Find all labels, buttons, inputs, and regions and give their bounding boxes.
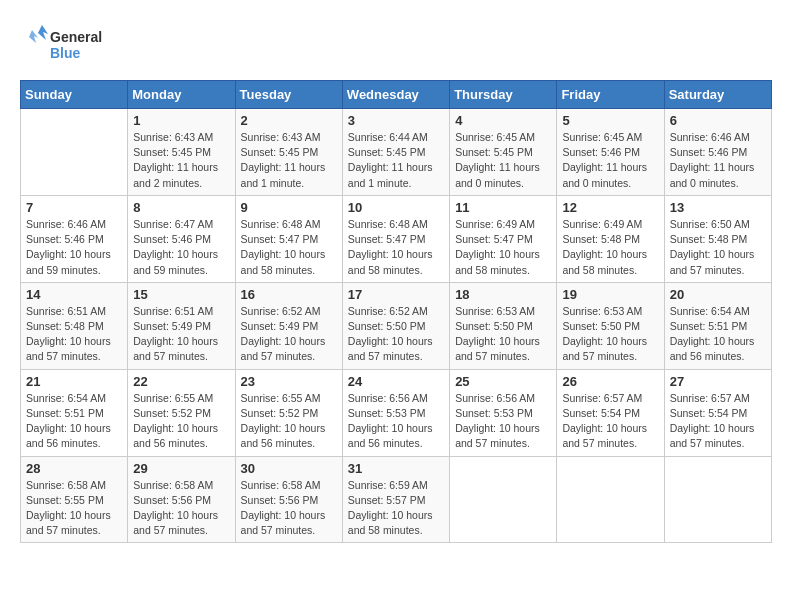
day-number: 27	[670, 374, 766, 389]
day-number: 20	[670, 287, 766, 302]
day-number: 25	[455, 374, 551, 389]
calendar-cell: 29Sunrise: 6:58 AM Sunset: 5:56 PM Dayli…	[128, 456, 235, 543]
calendar-cell	[664, 456, 771, 543]
day-number: 30	[241, 461, 337, 476]
calendar-table: SundayMondayTuesdayWednesdayThursdayFrid…	[20, 80, 772, 543]
calendar-cell: 12Sunrise: 6:49 AM Sunset: 5:48 PM Dayli…	[557, 195, 664, 282]
day-number: 5	[562, 113, 658, 128]
day-number: 1	[133, 113, 229, 128]
calendar-cell: 20Sunrise: 6:54 AM Sunset: 5:51 PM Dayli…	[664, 282, 771, 369]
calendar-cell: 22Sunrise: 6:55 AM Sunset: 5:52 PM Dayli…	[128, 369, 235, 456]
calendar-cell: 11Sunrise: 6:49 AM Sunset: 5:47 PM Dayli…	[450, 195, 557, 282]
calendar-cell: 2Sunrise: 6:43 AM Sunset: 5:45 PM Daylig…	[235, 109, 342, 196]
day-number: 7	[26, 200, 122, 215]
day-info: Sunrise: 6:50 AM Sunset: 5:48 PM Dayligh…	[670, 217, 766, 278]
day-number: 29	[133, 461, 229, 476]
calendar-cell: 14Sunrise: 6:51 AM Sunset: 5:48 PM Dayli…	[21, 282, 128, 369]
calendar-cell: 15Sunrise: 6:51 AM Sunset: 5:49 PM Dayli…	[128, 282, 235, 369]
day-info: Sunrise: 6:59 AM Sunset: 5:57 PM Dayligh…	[348, 478, 444, 539]
calendar-cell: 17Sunrise: 6:52 AM Sunset: 5:50 PM Dayli…	[342, 282, 449, 369]
day-header-sunday: Sunday	[21, 81, 128, 109]
day-info: Sunrise: 6:43 AM Sunset: 5:45 PM Dayligh…	[133, 130, 229, 191]
calendar-cell: 10Sunrise: 6:48 AM Sunset: 5:47 PM Dayli…	[342, 195, 449, 282]
day-info: Sunrise: 6:56 AM Sunset: 5:53 PM Dayligh…	[455, 391, 551, 452]
day-header-saturday: Saturday	[664, 81, 771, 109]
day-info: Sunrise: 6:57 AM Sunset: 5:54 PM Dayligh…	[562, 391, 658, 452]
calendar-cell: 7Sunrise: 6:46 AM Sunset: 5:46 PM Daylig…	[21, 195, 128, 282]
logo-icon: General Blue	[20, 20, 110, 70]
calendar-cell: 13Sunrise: 6:50 AM Sunset: 5:48 PM Dayli…	[664, 195, 771, 282]
day-number: 14	[26, 287, 122, 302]
day-header-thursday: Thursday	[450, 81, 557, 109]
day-number: 10	[348, 200, 444, 215]
calendar-week-5: 28Sunrise: 6:58 AM Sunset: 5:55 PM Dayli…	[21, 456, 772, 543]
logo: General Blue	[20, 20, 110, 70]
calendar-cell: 25Sunrise: 6:56 AM Sunset: 5:53 PM Dayli…	[450, 369, 557, 456]
day-info: Sunrise: 6:54 AM Sunset: 5:51 PM Dayligh…	[670, 304, 766, 365]
day-number: 17	[348, 287, 444, 302]
calendar-cell: 8Sunrise: 6:47 AM Sunset: 5:46 PM Daylig…	[128, 195, 235, 282]
day-number: 12	[562, 200, 658, 215]
day-info: Sunrise: 6:56 AM Sunset: 5:53 PM Dayligh…	[348, 391, 444, 452]
day-number: 26	[562, 374, 658, 389]
calendar-cell: 31Sunrise: 6:59 AM Sunset: 5:57 PM Dayli…	[342, 456, 449, 543]
day-info: Sunrise: 6:53 AM Sunset: 5:50 PM Dayligh…	[455, 304, 551, 365]
day-info: Sunrise: 6:45 AM Sunset: 5:46 PM Dayligh…	[562, 130, 658, 191]
calendar-week-2: 7Sunrise: 6:46 AM Sunset: 5:46 PM Daylig…	[21, 195, 772, 282]
day-info: Sunrise: 6:45 AM Sunset: 5:45 PM Dayligh…	[455, 130, 551, 191]
day-info: Sunrise: 6:52 AM Sunset: 5:50 PM Dayligh…	[348, 304, 444, 365]
calendar-cell: 1Sunrise: 6:43 AM Sunset: 5:45 PM Daylig…	[128, 109, 235, 196]
day-info: Sunrise: 6:49 AM Sunset: 5:47 PM Dayligh…	[455, 217, 551, 278]
day-info: Sunrise: 6:54 AM Sunset: 5:51 PM Dayligh…	[26, 391, 122, 452]
header-row: SundayMondayTuesdayWednesdayThursdayFrid…	[21, 81, 772, 109]
day-info: Sunrise: 6:58 AM Sunset: 5:56 PM Dayligh…	[133, 478, 229, 539]
calendar-week-4: 21Sunrise: 6:54 AM Sunset: 5:51 PM Dayli…	[21, 369, 772, 456]
day-number: 8	[133, 200, 229, 215]
calendar-cell: 5Sunrise: 6:45 AM Sunset: 5:46 PM Daylig…	[557, 109, 664, 196]
day-number: 16	[241, 287, 337, 302]
day-number: 3	[348, 113, 444, 128]
calendar-cell: 26Sunrise: 6:57 AM Sunset: 5:54 PM Dayli…	[557, 369, 664, 456]
day-number: 22	[133, 374, 229, 389]
day-number: 6	[670, 113, 766, 128]
calendar-cell: 28Sunrise: 6:58 AM Sunset: 5:55 PM Dayli…	[21, 456, 128, 543]
day-number: 13	[670, 200, 766, 215]
calendar-week-3: 14Sunrise: 6:51 AM Sunset: 5:48 PM Dayli…	[21, 282, 772, 369]
day-header-tuesday: Tuesday	[235, 81, 342, 109]
day-number: 28	[26, 461, 122, 476]
day-info: Sunrise: 6:51 AM Sunset: 5:49 PM Dayligh…	[133, 304, 229, 365]
day-number: 15	[133, 287, 229, 302]
day-number: 11	[455, 200, 551, 215]
calendar-cell: 23Sunrise: 6:55 AM Sunset: 5:52 PM Dayli…	[235, 369, 342, 456]
calendar-cell	[450, 456, 557, 543]
day-number: 19	[562, 287, 658, 302]
day-info: Sunrise: 6:51 AM Sunset: 5:48 PM Dayligh…	[26, 304, 122, 365]
calendar-cell: 30Sunrise: 6:58 AM Sunset: 5:56 PM Dayli…	[235, 456, 342, 543]
day-info: Sunrise: 6:46 AM Sunset: 5:46 PM Dayligh…	[26, 217, 122, 278]
day-number: 9	[241, 200, 337, 215]
calendar-cell: 9Sunrise: 6:48 AM Sunset: 5:47 PM Daylig…	[235, 195, 342, 282]
calendar-cell	[557, 456, 664, 543]
day-info: Sunrise: 6:43 AM Sunset: 5:45 PM Dayligh…	[241, 130, 337, 191]
day-info: Sunrise: 6:55 AM Sunset: 5:52 PM Dayligh…	[133, 391, 229, 452]
calendar-cell: 3Sunrise: 6:44 AM Sunset: 5:45 PM Daylig…	[342, 109, 449, 196]
day-header-friday: Friday	[557, 81, 664, 109]
svg-text:General: General	[50, 29, 102, 45]
page-header: General Blue	[20, 20, 772, 70]
day-number: 23	[241, 374, 337, 389]
day-info: Sunrise: 6:52 AM Sunset: 5:49 PM Dayligh…	[241, 304, 337, 365]
calendar-week-1: 1Sunrise: 6:43 AM Sunset: 5:45 PM Daylig…	[21, 109, 772, 196]
calendar-cell: 6Sunrise: 6:46 AM Sunset: 5:46 PM Daylig…	[664, 109, 771, 196]
day-info: Sunrise: 6:47 AM Sunset: 5:46 PM Dayligh…	[133, 217, 229, 278]
day-info: Sunrise: 6:48 AM Sunset: 5:47 PM Dayligh…	[348, 217, 444, 278]
day-header-wednesday: Wednesday	[342, 81, 449, 109]
day-info: Sunrise: 6:57 AM Sunset: 5:54 PM Dayligh…	[670, 391, 766, 452]
day-info: Sunrise: 6:58 AM Sunset: 5:56 PM Dayligh…	[241, 478, 337, 539]
calendar-cell	[21, 109, 128, 196]
day-number: 31	[348, 461, 444, 476]
svg-marker-2	[38, 25, 48, 40]
day-info: Sunrise: 6:49 AM Sunset: 5:48 PM Dayligh…	[562, 217, 658, 278]
calendar-cell: 18Sunrise: 6:53 AM Sunset: 5:50 PM Dayli…	[450, 282, 557, 369]
day-number: 21	[26, 374, 122, 389]
calendar-cell: 27Sunrise: 6:57 AM Sunset: 5:54 PM Dayli…	[664, 369, 771, 456]
